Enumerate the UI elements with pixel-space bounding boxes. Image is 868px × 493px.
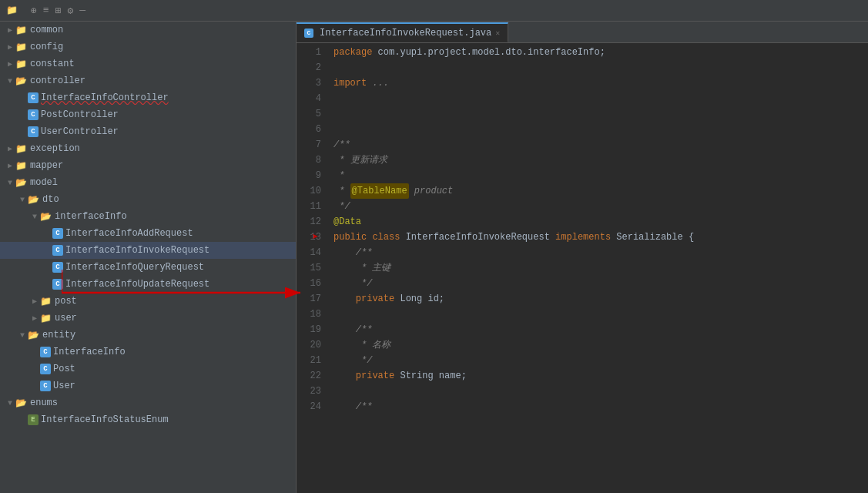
code-editor[interactable]: 1234567◆891011121314◆1516171819◆20212223…: [297, 43, 868, 493]
token-plain: [333, 368, 356, 384]
class-icon-User: C: [40, 381, 51, 391]
token-kw: public: [333, 230, 367, 245]
line-number-1: 1: [297, 45, 321, 60]
sidebar-item-config[interactable]: ▶📁config: [0, 39, 296, 55]
tree-label-constant: constant: [30, 59, 75, 69]
sidebar-item-user[interactable]: ▶📁user: [0, 310, 296, 327]
settings-icon[interactable]: ⚙: [67, 5, 73, 17]
class-icon-InterfaceInfoInvokeRequest: C: [52, 245, 63, 256]
code-line-15: * 主键: [333, 260, 868, 276]
sidebar-item-InterfaceInfo[interactable]: CInterfaceInfo: [0, 344, 296, 361]
tree-label-InterfaceInfoUpdateRequest: InterfaceInfoUpdateRequest: [65, 279, 209, 290]
token-comment-pre: *: [333, 183, 350, 199]
folder-arrow-user: ▶: [29, 314, 40, 323]
sidebar-item-post[interactable]: ▶📁post: [0, 293, 296, 310]
tree-label-enums: enums: [30, 397, 58, 408]
folder-icon-common: 📁: [15, 25, 27, 36]
code-line-2: [333, 60, 868, 75]
class-icon-PostController: C: [28, 109, 39, 120]
sidebar-item-InterfaceInfoQueryRequest[interactable]: CInterfaceInfoQueryRequest: [0, 259, 296, 276]
line-number-9: 9: [297, 168, 321, 183]
line-number-5: 5: [297, 106, 321, 122]
minus-icon[interactable]: —: [79, 5, 85, 17]
sidebar-item-enums[interactable]: ▼📂enums: [0, 394, 296, 411]
tree-label-InterfaceInfoAddRequest: InterfaceInfoAddRequest: [65, 228, 193, 239]
line-number-7: 7◆: [297, 137, 321, 153]
sidebar-item-PostController[interactable]: CPostController: [0, 106, 296, 123]
sidebar-item-InterfaceInfoController[interactable]: CInterfaceInfoController: [0, 89, 296, 106]
sidebar-item-entity[interactable]: ▼📂entity: [0, 327, 296, 344]
token-comment: */: [333, 276, 372, 291]
tree-label-model: model: [30, 177, 58, 188]
line-number-6: 6: [297, 122, 321, 137]
line-number-2: 2: [297, 60, 321, 75]
folder-icon-exception: 📁: [15, 143, 27, 155]
code-line-18: [333, 307, 868, 322]
tree-label-InterfaceInfo: InterfaceInfo: [53, 347, 126, 357]
sidebar-item-exception[interactable]: ▶📁exception: [0, 140, 296, 157]
sidebar-item-InterfaceInfoStatusEnum[interactable]: EInterfaceInfoStatusEnum: [0, 411, 296, 428]
tree-label-entity: entity: [42, 330, 75, 340]
sidebar-item-InterfaceInfoUpdateRequest[interactable]: CInterfaceInfoUpdateRequest: [0, 276, 296, 293]
top-bar-icons: ⊕ ≡ ⊞ ⚙ —: [31, 5, 85, 17]
code-line-16: */: [333, 276, 868, 291]
folder-arrow-constant: ▶: [5, 59, 15, 69]
line-number-19: 19◆: [297, 322, 321, 337]
folder-icon-interfaceInfo: 📂: [40, 211, 52, 223]
class-icon-InterfaceInfoUpdateRequest: C: [52, 279, 63, 290]
token-comment: */: [333, 199, 350, 214]
token-plain: [367, 230, 372, 245]
sidebar-item-model[interactable]: ▼📂model: [0, 174, 296, 191]
code-line-7: /**: [333, 137, 868, 153]
sidebar-item-constant[interactable]: ▶📁constant: [0, 55, 296, 72]
gear-icon[interactable]: ⊕: [31, 5, 37, 17]
project-icon: 📁: [6, 5, 18, 16]
tree-label-interfaceInfo: interfaceInfo: [55, 211, 127, 222]
folder-icon-user: 📁: [40, 313, 52, 324]
token-plain: String name;: [394, 368, 467, 384]
tab-close-tab2[interactable]: ✕: [495, 29, 500, 38]
token-annotation-highlight: @TableName: [350, 183, 409, 199]
editor-area: CInterfaceInfoController.java✕CInterface…: [297, 22, 868, 493]
tree-label-controller: controller: [30, 75, 85, 86]
folder-icon-post: 📁: [40, 296, 52, 307]
token-kw: private: [356, 291, 394, 307]
tree-label-InterfaceInfoStatusEnum: InterfaceInfoStatusEnum: [41, 414, 169, 425]
sidebar-item-interfaceInfo[interactable]: ▼📂interfaceInfo: [0, 208, 296, 225]
folder-arrow-model: ▼: [5, 179, 15, 187]
tab-tab2[interactable]: CInterfaceInfoInvokeRequest.java✕: [297, 22, 508, 42]
expand-icon[interactable]: ⊞: [55, 5, 62, 17]
sidebar-item-controller[interactable]: ▼📂controller: [0, 72, 296, 89]
token-comment: /**: [333, 399, 372, 414]
folder-arrow-entity: ▼: [17, 331, 28, 340]
code-line-9: *: [333, 168, 868, 183]
sidebar-item-Post[interactable]: CPost: [0, 361, 296, 377]
token-comment: * 名称: [333, 337, 390, 353]
folder-icon-dto: 📂: [28, 194, 39, 206]
code-line-1: package com.yupi.project.model.dto.inter…: [333, 45, 868, 60]
token-plain: Serializable {: [611, 230, 694, 245]
folder-arrow-dto: ▼: [17, 196, 28, 204]
tree-label-config: config: [30, 42, 63, 52]
folder-icon-enums: 📂: [15, 397, 27, 409]
sidebar: ▶📁common▶📁config▶📁constant▼📂controllerCI…: [0, 22, 297, 493]
tree-label-InterfaceInfoQueryRequest: InterfaceInfoQueryRequest: [65, 262, 204, 273]
sidebar-item-UserController[interactable]: CUserController: [0, 123, 296, 140]
sidebar-item-mapper[interactable]: ▶📁mapper: [0, 157, 296, 174]
code-line-12: @Data: [333, 214, 868, 230]
line-number-23: 23: [297, 384, 321, 399]
sidebar-item-dto[interactable]: ▼📂dto: [0, 191, 296, 208]
line-number-20: 20: [297, 337, 321, 353]
sidebar-item-common[interactable]: ▶📁common: [0, 22, 296, 39]
sidebar-item-User[interactable]: CUser: [0, 377, 296, 394]
tree-label-InterfaceInfoInvokeRequest: InterfaceInfoInvokeRequest: [65, 245, 209, 256]
class-icon-UserController: C: [28, 126, 39, 137]
list-icon[interactable]: ≡: [43, 5, 49, 17]
code-line-23: [333, 384, 868, 399]
sidebar-item-InterfaceInfoInvokeRequest[interactable]: CInterfaceInfoInvokeRequest: [0, 242, 296, 259]
line-number-16: 16: [297, 276, 321, 291]
sidebar-item-InterfaceInfoAddRequest[interactable]: CInterfaceInfoAddRequest: [0, 225, 296, 242]
folder-icon-entity: 📂: [28, 330, 39, 341]
code-line-21: */: [333, 353, 868, 368]
token-comment: */: [333, 353, 372, 368]
